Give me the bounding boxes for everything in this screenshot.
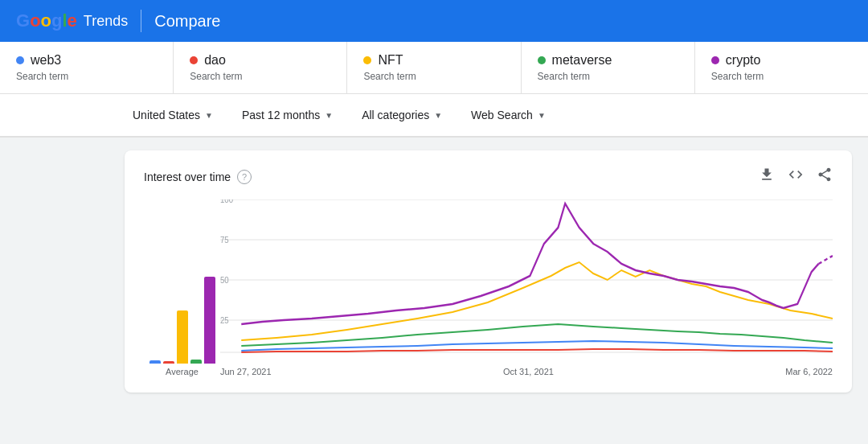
crypto-term-name: crypto: [726, 53, 761, 68]
x-label-2: Oct 31, 2021: [503, 367, 554, 376]
search-term-dao[interactable]: dao Search term: [174, 42, 347, 93]
nft-line: [241, 262, 833, 340]
x-label-1: Jun 27, 2021: [220, 367, 272, 376]
crypto-line-solid: [241, 204, 818, 324]
chart-title: Interest over time: [144, 171, 231, 183]
average-bars-section: Average: [144, 267, 220, 376]
main-content: Interest over time ?: [0, 138, 868, 405]
time-chevron-icon: ▼: [325, 111, 333, 120]
chart-svg: 100 75 50 25: [220, 199, 833, 360]
time-range-label: Past 12 months: [242, 109, 320, 121]
embed-button[interactable]: [788, 166, 804, 187]
categories-filter[interactable]: All categories ▼: [354, 104, 450, 126]
location-label: United States: [133, 109, 200, 121]
categories-label: All categories: [362, 109, 429, 121]
avg-bar-metaverse: [190, 360, 202, 364]
avg-bar-web3: [149, 360, 161, 364]
search-term-web3[interactable]: web3 Search term: [0, 42, 174, 93]
dao-term-name: dao: [204, 53, 226, 68]
interest-over-time-card: Interest over time ?: [125, 150, 852, 393]
trends-label: Trends: [84, 13, 128, 30]
metaverse-term-name: metaverse: [552, 53, 612, 68]
share-button[interactable]: [817, 166, 833, 187]
x-label-3: Mar 6, 2022: [785, 367, 833, 376]
nft-dot: [363, 56, 371, 64]
crypto-dot: [711, 56, 719, 64]
location-filter[interactable]: United States ▼: [125, 104, 221, 126]
search-type-filter[interactable]: Web Search ▼: [463, 104, 554, 126]
categories-chevron-icon: ▼: [434, 111, 442, 120]
filters-bar: United States ▼ Past 12 months ▼ All cat…: [0, 94, 868, 138]
x-axis-labels: Jun 27, 2021 Oct 31, 2021 Mar 6, 2022: [220, 364, 833, 376]
search-term-metaverse[interactable]: metaverse Search term: [522, 42, 695, 93]
crypto-term-type: Search term: [711, 71, 852, 82]
nft-term-name: NFT: [378, 53, 403, 68]
avg-label: Average: [166, 367, 199, 376]
download-button[interactable]: [759, 166, 775, 187]
dao-line: [241, 349, 833, 352]
avg-bars: [149, 267, 215, 364]
chart-actions: [759, 166, 833, 187]
search-term-nft[interactable]: NFT Search term: [347, 42, 521, 93]
dao-term-type: Search term: [190, 71, 330, 82]
search-type-chevron-icon: ▼: [538, 111, 546, 120]
line-chart-section: 100 75 50 25: [220, 199, 833, 376]
dao-dot: [190, 56, 198, 64]
avg-bar-crypto: [204, 277, 215, 364]
app-header: Google Trends Compare: [0, 0, 868, 42]
location-chevron-icon: ▼: [205, 111, 213, 120]
search-type-label: Web Search: [471, 109, 533, 121]
svg-text:75: 75: [220, 235, 229, 245]
search-terms-bar: web3 Search term dao Search term NFT Sea…: [0, 42, 868, 94]
time-range-filter[interactable]: Past 12 months ▼: [234, 104, 341, 126]
web3-dot: [16, 56, 24, 64]
metaverse-dot: [538, 56, 546, 64]
avg-bar-nft: [177, 310, 188, 364]
metaverse-term-type: Search term: [538, 71, 678, 82]
web3-term-type: Search term: [16, 71, 157, 82]
nft-term-type: Search term: [363, 71, 504, 82]
avg-bar-dao: [163, 361, 174, 364]
crypto-line-dashed: [818, 256, 833, 264]
help-icon[interactable]: ?: [237, 170, 252, 184]
svg-text:50: 50: [220, 275, 229, 285]
google-trends-logo: Google Trends: [16, 10, 128, 31]
page-title: Compare: [154, 12, 220, 31]
header-divider: [141, 10, 141, 32]
chart-wrapper: Average 100 75 50 25: [144, 199, 833, 376]
svg-text:100: 100: [220, 199, 233, 204]
web3-term-name: web3: [31, 53, 61, 68]
search-term-crypto[interactable]: crypto Search term: [695, 42, 868, 93]
svg-text:25: 25: [220, 315, 229, 325]
chart-header: Interest over time ?: [144, 166, 833, 187]
